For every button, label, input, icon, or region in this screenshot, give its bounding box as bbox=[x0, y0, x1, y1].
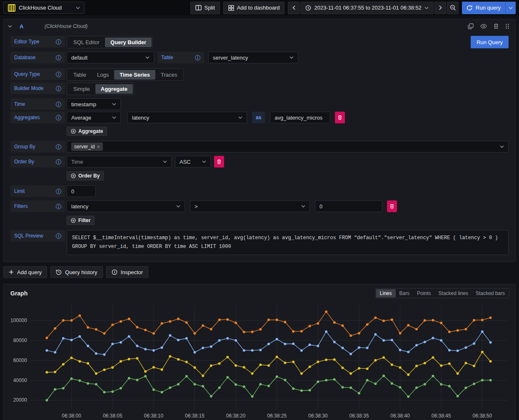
editor-type-toggle: SQL EditorQuery Builder bbox=[67, 36, 153, 48]
filter-operator-select[interactable]: > bbox=[190, 200, 310, 212]
info-icon[interactable]: i bbox=[56, 115, 61, 120]
editor-type-option-query-builder[interactable]: Query Builder bbox=[105, 38, 152, 47]
hide-query-icon[interactable] bbox=[480, 24, 487, 29]
builder-mode-option-aggregate[interactable]: Aggregate bbox=[95, 84, 133, 94]
info-icon[interactable]: i bbox=[56, 189, 61, 194]
add-query-button[interactable]: Add query bbox=[3, 266, 47, 278]
query-editor-panel: A (ClickHouse Cloud) Run Query Editor Ty… bbox=[3, 19, 516, 262]
query-type-label: Query Typei bbox=[10, 68, 65, 80]
run-query-dropdown[interactable] bbox=[505, 2, 516, 14]
aggregate-column-select[interactable]: latency bbox=[127, 112, 247, 123]
table-select[interactable]: server_latency bbox=[208, 52, 298, 63]
info-icon[interactable]: i bbox=[56, 144, 61, 150]
query-type-option-table[interactable]: Table bbox=[68, 70, 92, 80]
query-type-option-time-series[interactable]: Time Series bbox=[114, 70, 155, 80]
info-icon[interactable]: i bbox=[56, 39, 61, 45]
graph-mode-points[interactable]: Points bbox=[413, 289, 434, 298]
split-button[interactable]: Split bbox=[190, 2, 220, 14]
drag-handle-icon[interactable] bbox=[505, 23, 509, 29]
group-by-multiselect[interactable]: server_id× bbox=[67, 141, 509, 152]
info-icon[interactable]: i bbox=[56, 204, 61, 209]
datasource-name: ClickHouse Cloud bbox=[19, 5, 72, 11]
chevron-down-icon bbox=[509, 7, 513, 9]
chevron-left-icon bbox=[292, 5, 295, 10]
top-toolbar: ClickHouse Cloud Split Add to dashboard … bbox=[0, 0, 519, 15]
time-range-forward-button[interactable] bbox=[434, 2, 446, 14]
svg-text:06:38:50: 06:38:50 bbox=[472, 413, 492, 419]
chevron-right-icon bbox=[439, 5, 442, 10]
duplicate-query-icon[interactable] bbox=[468, 23, 474, 29]
graph-mode-lines[interactable]: Lines bbox=[376, 289, 396, 298]
query-type-toggle: TableLogsTime SeriesTraces bbox=[67, 68, 184, 81]
collapse-chevron-icon[interactable] bbox=[8, 25, 12, 28]
aggregate-function-select[interactable]: Average bbox=[67, 112, 121, 123]
builder-mode-label: Builder Modei bbox=[10, 82, 65, 94]
remove-filter-button[interactable] bbox=[387, 200, 397, 212]
plus-icon bbox=[9, 270, 14, 275]
graph-mode-bars[interactable]: Bars bbox=[396, 289, 414, 298]
remove-aggregate-button[interactable] bbox=[335, 112, 345, 123]
add-to-dashboard-button[interactable]: Add to dashboard bbox=[223, 2, 285, 14]
chevron-down-icon bbox=[145, 56, 150, 59]
trash-icon bbox=[338, 115, 342, 120]
filter-field-select[interactable]: latency bbox=[67, 200, 185, 212]
explore-actions: Add query Query history Inspector bbox=[3, 262, 516, 284]
zoom-out-button[interactable] bbox=[447, 2, 459, 14]
query-ref-id: A bbox=[20, 23, 45, 30]
editor-type-option-sql-editor[interactable]: SQL Editor bbox=[68, 38, 105, 47]
builder-mode-option-simple[interactable]: Simple bbox=[68, 84, 95, 94]
as-badge: as bbox=[252, 112, 265, 123]
order-by-field-select[interactable]: Time bbox=[67, 156, 172, 168]
time-column-select[interactable]: timestamp bbox=[67, 98, 121, 110]
delete-query-icon[interactable] bbox=[494, 23, 499, 29]
timeseries-chart[interactable]: 2000040000600008000010000006:38:0006:38:… bbox=[8, 301, 511, 420]
split-label: Split bbox=[205, 5, 215, 11]
database-select[interactable]: default bbox=[67, 52, 154, 63]
info-icon[interactable]: i bbox=[56, 55, 61, 60]
run-query-label: Run query bbox=[476, 5, 501, 11]
graph-mode-stacked-bars[interactable]: Stacked bars bbox=[472, 289, 509, 298]
chevron-down-icon bbox=[424, 7, 429, 9]
add-to-dashboard-label: Add to dashboard bbox=[237, 5, 280, 11]
remove-order-by-button[interactable] bbox=[214, 156, 224, 168]
time-range-picker[interactable]: 2023-11-01 06:37:55 to 2023-11-01 06:38:… bbox=[300, 2, 434, 14]
query-history-button[interactable]: Query history bbox=[50, 266, 102, 278]
limit-input[interactable]: 0 bbox=[67, 185, 96, 197]
inspector-button[interactable]: Inspector bbox=[106, 266, 148, 278]
plus-circle-icon bbox=[71, 129, 76, 134]
svg-text:60000: 60000 bbox=[13, 358, 27, 363]
group-by-tag[interactable]: server_id× bbox=[71, 142, 103, 151]
time-range-back-button[interactable] bbox=[288, 2, 299, 14]
info-icon[interactable]: i bbox=[56, 86, 61, 91]
info-icon[interactable]: i bbox=[56, 72, 61, 77]
query-header-row[interactable]: A (ClickHouse Cloud) bbox=[4, 19, 515, 33]
sql-preview-label: SQL Previewi bbox=[10, 230, 65, 242]
info-icon[interactable]: i bbox=[56, 159, 61, 165]
query-type-option-logs[interactable]: Logs bbox=[92, 70, 114, 80]
svg-text:06:38:25: 06:38:25 bbox=[267, 413, 287, 419]
chevron-down-icon bbox=[176, 205, 180, 208]
add-order-by-button[interactable]: Order By bbox=[67, 171, 104, 180]
database-label: Databasei bbox=[10, 52, 65, 63]
add-filter-button[interactable]: Filter bbox=[67, 216, 95, 225]
datasource-picker[interactable]: ClickHouse Cloud bbox=[3, 2, 85, 14]
run-query-button[interactable]: Run Query bbox=[471, 36, 509, 48]
remove-tag-icon[interactable]: × bbox=[97, 144, 100, 149]
refresh-icon bbox=[467, 5, 472, 11]
aggregate-alias-input[interactable]: avg_latency_micros bbox=[270, 112, 330, 123]
group-by-label: Group Byi bbox=[10, 141, 65, 152]
time-label: Timei bbox=[10, 98, 65, 110]
graph-mode-stacked-lines[interactable]: Stacked lines bbox=[435, 289, 472, 298]
chevron-down-icon bbox=[202, 160, 206, 163]
query-type-option-traces[interactable]: Traces bbox=[155, 70, 182, 80]
run-query-split-button[interactable]: Run query bbox=[462, 2, 516, 14]
info-icon[interactable]: i bbox=[195, 55, 200, 60]
add-aggregate-button[interactable]: Aggregate bbox=[67, 127, 107, 136]
order-by-direction-select[interactable]: ASC bbox=[175, 156, 211, 168]
info-icon[interactable]: i bbox=[56, 102, 61, 107]
chevron-down-icon bbox=[500, 145, 504, 148]
zoom-out-icon bbox=[450, 5, 456, 11]
graph-title: Graph bbox=[10, 290, 27, 297]
filter-value-input[interactable]: 0 bbox=[315, 200, 382, 212]
info-icon[interactable]: i bbox=[56, 233, 61, 239]
